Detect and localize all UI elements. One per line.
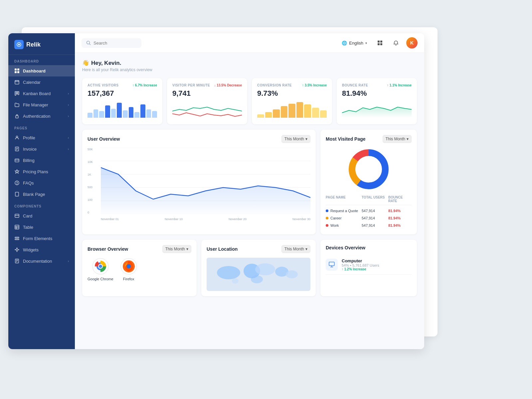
sidebar-item-billing-label: Billing xyxy=(23,158,35,163)
most-visited-month-btn[interactable]: This Month ▾ xyxy=(383,135,412,143)
bounce-line-chart xyxy=(342,101,412,118)
search-input[interactable] xyxy=(93,41,133,46)
device-item-computer: Computer 54% • 5,761,687 Users ↑ 1.2% In… xyxy=(326,255,412,275)
most-visited-chevron-icon: ▾ xyxy=(407,137,409,141)
sidebar-item-table[interactable]: Table xyxy=(8,221,75,233)
svg-rect-41 xyxy=(380,43,382,45)
browser-chevron-icon: ▾ xyxy=(186,247,188,251)
svg-rect-12 xyxy=(18,91,19,95)
svg-point-64 xyxy=(127,264,131,268)
sidebar-logo[interactable]: Relik xyxy=(8,33,75,55)
sidebar-item-faqs-label: FAQs xyxy=(23,181,34,186)
sidebar-item-profile-label: Profile xyxy=(23,135,35,140)
browser-item-chrome: Google Chrome xyxy=(88,258,113,281)
svg-point-1 xyxy=(18,44,20,46)
stat-value-bounce: 81.94% xyxy=(342,89,412,98)
svg-rect-2 xyxy=(15,68,17,70)
sidebar-item-pricing[interactable]: Pricing Plans xyxy=(8,166,75,177)
sidebar-item-kanban[interactable]: Kanban Board › xyxy=(8,88,75,99)
sidebar-item-invoice[interactable]: Invoice › xyxy=(8,143,75,155)
map-placeholder xyxy=(207,258,310,291)
svg-rect-5 xyxy=(17,71,19,73)
sidebar-item-dashboard[interactable]: Dashboard xyxy=(8,65,75,76)
header-right: 🌐 English ▾ K xyxy=(339,37,418,49)
x-label-3: November 20 xyxy=(229,217,247,221)
donut-chart xyxy=(347,148,390,191)
world-map-svg xyxy=(207,258,310,291)
sidebar-item-blank[interactable]: Blank Page xyxy=(8,189,75,200)
search-box[interactable] xyxy=(82,38,141,48)
main-content: 🌐 English ▾ K 👋 Hey, Kevin. xyxy=(75,33,424,349)
sidebar-item-authentication[interactable]: Authentication › xyxy=(8,110,75,122)
svg-rect-3 xyxy=(17,68,19,70)
svg-point-59 xyxy=(99,265,102,268)
stat-card-perminute: VISITOR PER MINUTE ↓ 13.5% Decrease 9,74… xyxy=(167,78,247,124)
user-avatar[interactable]: K xyxy=(406,37,418,49)
auth-chevron-icon: › xyxy=(68,114,69,118)
card-icon xyxy=(14,213,20,218)
sidebar-item-filemanager[interactable]: File Manager › xyxy=(8,99,75,110)
x-label-4: November 30 xyxy=(292,217,310,221)
chrome-logo xyxy=(92,258,109,275)
bottom-section: Browser Overview This Month ▾ xyxy=(82,240,417,296)
location-chevron-icon: ▾ xyxy=(305,247,307,251)
docs-chevron-icon: › xyxy=(68,259,69,263)
user-location-month-btn[interactable]: This Month ▾ xyxy=(281,245,310,253)
invoice-chevron-icon: › xyxy=(68,147,69,151)
sidebar-item-docs[interactable]: Documentation › xyxy=(8,255,75,267)
sidebar-item-faqs[interactable]: FAQs xyxy=(8,177,75,189)
sidebar-item-filemanager-label: File Manager xyxy=(23,102,48,107)
stat-card-conversion: CONVERSION RATE ↑ 3.5% Increase 9.73% xyxy=(252,78,332,124)
browser-overview-header: Browser Overview This Month ▾ xyxy=(88,245,191,253)
calendar-icon xyxy=(14,79,20,85)
stat-label-bounce: BOUNCE RATE xyxy=(342,83,368,87)
user-overview-month-btn[interactable]: This Month ▾ xyxy=(281,135,310,143)
sidebar-item-card[interactable]: Card xyxy=(8,210,75,221)
svg-rect-40 xyxy=(378,43,380,45)
notification-button[interactable] xyxy=(390,37,402,49)
profile-icon xyxy=(14,135,20,140)
page-table-header: PAGE NAME TOTAL USERS BOUNCE RATE xyxy=(326,196,412,205)
greeting-emoji: 👋 xyxy=(82,60,89,66)
user-overview-svg xyxy=(101,148,310,214)
most-visited-header: Most Visited Page This Month ▾ xyxy=(326,135,412,143)
sidebar-item-calendar[interactable]: Calendar xyxy=(8,76,75,88)
sidebar-item-profile[interactable]: Profile › xyxy=(8,132,75,143)
sidebar-item-blank-label: Blank Page xyxy=(23,192,45,197)
table-row: Request a Quote 547,914 81.94% xyxy=(326,207,412,214)
device-increase-computer: ↑ 1.2% Increase xyxy=(342,267,379,271)
browser-overview-month-btn[interactable]: This Month ▾ xyxy=(162,245,191,253)
invoice-icon xyxy=(14,146,20,152)
sidebar-item-table-label: Table xyxy=(23,225,33,230)
stat-trend-visitors: ↑ 6.7% Increase xyxy=(132,83,157,87)
perminute-line-chart xyxy=(172,101,242,118)
svg-point-69 xyxy=(286,270,298,278)
user-location-card: User Location This Month ▾ xyxy=(201,240,316,296)
grid-view-button[interactable] xyxy=(374,37,386,49)
svg-rect-4 xyxy=(15,71,17,73)
svg-rect-39 xyxy=(380,41,382,43)
pricing-icon xyxy=(14,169,20,174)
svg-point-53 xyxy=(357,158,380,181)
users-2: 547,914 xyxy=(362,223,388,227)
col-bounce-rate: BOUNCE RATE xyxy=(388,196,412,203)
middle-section: User Overview This Month ▾ 50K 10K 1K 50… xyxy=(82,130,417,234)
browser-item-firefox: Firefox xyxy=(120,258,137,281)
donut-container xyxy=(326,148,412,191)
svg-rect-10 xyxy=(15,91,16,95)
dot-request xyxy=(326,209,328,212)
conversion-bar-chart xyxy=(257,101,327,118)
users-1: 547,914 xyxy=(362,216,388,220)
sidebar-item-billing[interactable]: Billing xyxy=(8,155,75,166)
sidebar-item-pricing-label: Pricing Plans xyxy=(23,169,48,174)
svg-point-67 xyxy=(255,263,275,275)
svg-rect-31 xyxy=(15,239,19,240)
sidebar-item-widgets[interactable]: Widgets xyxy=(8,244,75,255)
sidebar-item-form[interactable]: Form Elements xyxy=(8,233,75,244)
greeting-subtitle: Here is all your Relik analytics overvie… xyxy=(82,67,417,72)
browser-overview-card: Browser Overview This Month ▾ xyxy=(82,240,197,296)
language-button[interactable]: 🌐 English ▾ xyxy=(339,39,370,47)
flag-emoji: 🌐 xyxy=(342,41,347,46)
main-app: Relik DASHBOARD Dashboard Calendar Kanba… xyxy=(8,33,424,349)
user-overview-title: User Overview xyxy=(88,136,120,142)
